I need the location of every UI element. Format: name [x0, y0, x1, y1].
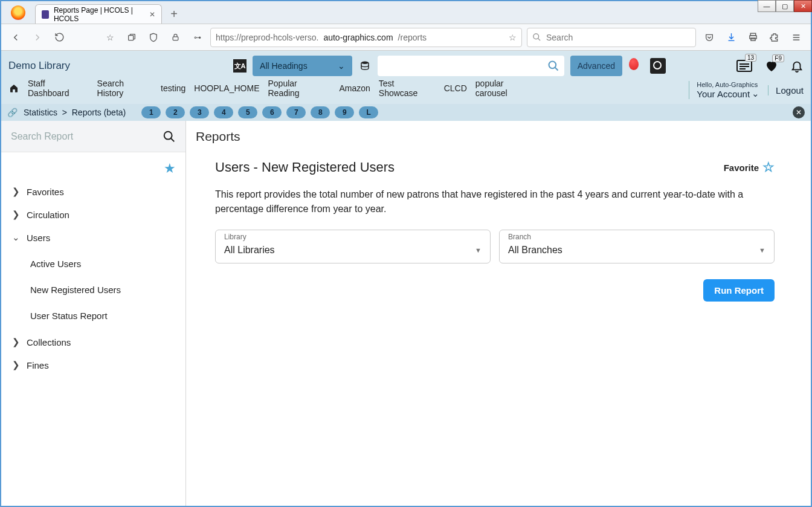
- logout-link[interactable]: Logout: [768, 85, 804, 95]
- catalog-search-input[interactable]: [382, 61, 547, 71]
- sidebar: ★ ❯Favorites ❯Circulation ⌄Users Active …: [1, 121, 186, 507]
- pill[interactable]: 4: [214, 106, 233, 118]
- window-close[interactable]: ✕: [794, 0, 812, 12]
- back-button[interactable]: [7, 29, 24, 46]
- forward-button[interactable]: [29, 29, 46, 46]
- tree-item-collections[interactable]: ❯Collections: [1, 331, 185, 354]
- tree-sub-user-status-report[interactable]: User Status Report: [1, 305, 185, 327]
- lock-icon[interactable]: [167, 29, 184, 46]
- nav-link[interactable]: Popular Reading: [268, 79, 331, 98]
- nav-link[interactable]: Search History: [97, 79, 153, 98]
- balloon-icon[interactable]: [628, 58, 639, 74]
- browser-tab[interactable]: Reports Page | HCOLS | HCOLS ✕: [35, 4, 162, 24]
- close-breadcrumb-icon[interactable]: ✕: [793, 106, 805, 118]
- run-report-button[interactable]: Run Report: [703, 279, 775, 302]
- scan-icon[interactable]: [650, 58, 666, 74]
- report-search: [1, 121, 185, 152]
- url-field[interactable]: https://preprod-hcols-verso.auto-graphic…: [210, 28, 522, 47]
- permissions-icon[interactable]: ⊶: [188, 29, 205, 46]
- shield-icon[interactable]: [145, 29, 162, 46]
- heart-icon[interactable]: F9: [764, 59, 779, 73]
- svg-point-6: [361, 62, 369, 65]
- url-prefix: https://preprod-hcols-verso.: [216, 33, 318, 42]
- home-icon[interactable]: [8, 83, 19, 93]
- nav-link[interactable]: Amazon: [339, 83, 370, 93]
- svg-rect-0: [129, 35, 134, 40]
- pill[interactable]: 3: [190, 106, 209, 118]
- tree-item-fines[interactable]: ❯Fines: [1, 354, 185, 376]
- bookmark-page-icon[interactable]: ☆: [102, 29, 118, 46]
- nav-link[interactable]: HOOPLA_HOME: [194, 83, 259, 93]
- library-select[interactable]: Library All Libraries ▼: [215, 230, 491, 263]
- pill[interactable]: L: [359, 106, 378, 118]
- field-value: All Libraries: [224, 245, 275, 256]
- downloads-icon[interactable]: [723, 29, 740, 46]
- svg-point-7: [549, 62, 556, 69]
- tree-item-users[interactable]: ⌄Users: [1, 226, 185, 249]
- nav-link[interactable]: Staff Dashboard: [28, 79, 89, 98]
- browser-search-field[interactable]: Search: [527, 28, 696, 47]
- bookmark-star-icon[interactable]: ☆: [509, 33, 517, 42]
- nav-link[interactable]: Test Showcase: [379, 79, 436, 98]
- tree-sub-new-registered-users[interactable]: New Registered Users: [1, 279, 185, 301]
- pill[interactable]: 2: [166, 106, 185, 118]
- star-filled-icon[interactable]: ★: [164, 161, 176, 176]
- tab-favicon-icon: [42, 10, 49, 19]
- report-tree: ❯Favorites ❯Circulation ⌄Users Active Us…: [1, 176, 185, 380]
- database-icon[interactable]: [358, 59, 372, 73]
- chevron-right-icon: ❯: [12, 209, 19, 220]
- pill[interactable]: 8: [311, 106, 330, 118]
- window-minimize[interactable]: —: [758, 0, 776, 12]
- tree-sub-active-users[interactable]: Active Users: [1, 253, 185, 275]
- link-icon: 🔗: [7, 108, 18, 117]
- pill[interactable]: 1: [141, 106, 161, 118]
- container-icon[interactable]: [123, 29, 140, 46]
- tab-close-icon[interactable]: ✕: [149, 10, 155, 19]
- caret-down-icon: ▼: [759, 247, 765, 254]
- nav-link[interactable]: popular carousel: [475, 79, 538, 98]
- favorite-toggle[interactable]: Favorite ☆: [724, 160, 775, 175]
- pocket-icon[interactable]: [701, 29, 718, 46]
- menu-icon[interactable]: [788, 29, 805, 46]
- firefox-logo-icon: [11, 5, 25, 20]
- bell-icon[interactable]: [790, 59, 804, 73]
- svg-point-9: [164, 131, 172, 139]
- your-account-dropdown[interactable]: Your Account⌄: [697, 88, 759, 99]
- pill[interactable]: 6: [262, 106, 282, 118]
- reload-button[interactable]: [51, 29, 68, 46]
- browser-toolbar: ☆ ⊶ https://preprod-hcols-verso.auto-gra…: [1, 24, 811, 51]
- pill[interactable]: 7: [286, 106, 306, 118]
- window-maximize[interactable]: ▢: [776, 0, 794, 12]
- search-icon[interactable]: [547, 60, 559, 72]
- pill[interactable]: 5: [238, 106, 257, 118]
- list-icon[interactable]: 13: [736, 59, 753, 73]
- breadcrumb[interactable]: Statistics > Reports (beta): [24, 108, 126, 117]
- search-icon[interactable]: [163, 130, 176, 143]
- pill[interactable]: 9: [335, 106, 354, 118]
- branch-select[interactable]: Branch All Branches ▼: [499, 230, 775, 263]
- browser-search-placeholder: Search: [546, 33, 573, 42]
- catalog-search[interactable]: [378, 56, 564, 76]
- report-description: This report provides the total number of…: [215, 187, 775, 216]
- headings-dropdown[interactable]: All Headings ⌄: [253, 56, 352, 76]
- quick-pills: 1 2 3 4 5 6 7 8 9 L: [141, 106, 378, 118]
- nav-link[interactable]: testing: [161, 83, 185, 93]
- nav-link[interactable]: CLCD: [444, 83, 467, 93]
- report-card: Users - New Registered Users Favorite ☆ …: [191, 160, 799, 302]
- print-icon[interactable]: [744, 29, 761, 46]
- list-badge-count: 13: [745, 54, 756, 62]
- browser-tabbar: Reports Page | HCOLS | HCOLS ✕ +: [1, 1, 811, 24]
- tree-item-favorites[interactable]: ❯Favorites: [1, 180, 185, 203]
- field-label: Branch: [508, 233, 531, 241]
- new-tab-button[interactable]: +: [166, 5, 182, 22]
- extensions-icon[interactable]: [766, 29, 783, 46]
- tree-item-circulation[interactable]: ❯Circulation: [1, 203, 185, 226]
- report-search-input[interactable]: [11, 131, 163, 142]
- chevron-right-icon: ❯: [12, 360, 19, 370]
- search-icon: [532, 33, 541, 42]
- advanced-search-button[interactable]: Advanced: [570, 56, 622, 76]
- chevron-down-icon: ⌄: [338, 61, 345, 71]
- main-panel: Reports Users - New Registered Users Fav…: [186, 121, 811, 507]
- field-label: Library: [224, 233, 246, 241]
- language-icon[interactable]: 文A: [233, 59, 246, 73]
